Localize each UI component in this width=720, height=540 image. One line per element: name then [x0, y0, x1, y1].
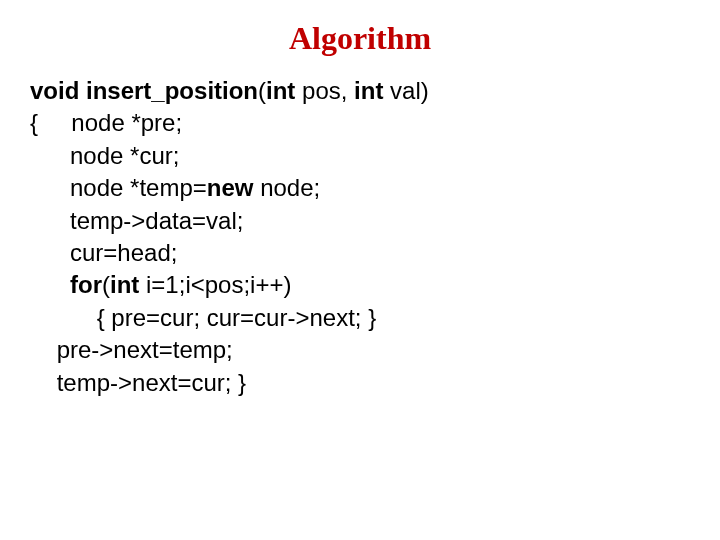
- code-text: new: [207, 174, 254, 201]
- code-text: int: [354, 77, 383, 104]
- code-text: int: [110, 271, 139, 298]
- code-line: { pre=cur; cur=cur->next; }: [30, 302, 690, 334]
- code-line: { node *pre;: [30, 107, 690, 139]
- code-text: val): [383, 77, 428, 104]
- code-text: node;: [253, 174, 320, 201]
- code-text: (: [102, 271, 110, 298]
- code-text: int: [266, 77, 295, 104]
- code-text: for: [70, 271, 102, 298]
- code-line: node *cur;: [30, 140, 690, 172]
- code-line: pre->next=temp;: [30, 334, 690, 366]
- code-text: pos,: [295, 77, 354, 104]
- code-line: for(int i=1;i<pos;i++): [30, 269, 690, 301]
- code-text: void insert_position: [30, 77, 258, 104]
- code-text: (: [258, 77, 266, 104]
- code-text: node *temp=: [30, 174, 207, 201]
- code-line: temp->next=cur; }: [30, 367, 690, 399]
- slide-title: Algorithm: [30, 20, 690, 57]
- code-text: [30, 271, 70, 298]
- code-line: node *temp=new node;: [30, 172, 690, 204]
- code-text: i=1;i<pos;i++): [139, 271, 291, 298]
- code-line: temp->data=val;: [30, 205, 690, 237]
- code-block: void insert_position(int pos, int val) {…: [30, 75, 690, 399]
- code-line: void insert_position(int pos, int val): [30, 75, 690, 107]
- code-line: cur=head;: [30, 237, 690, 269]
